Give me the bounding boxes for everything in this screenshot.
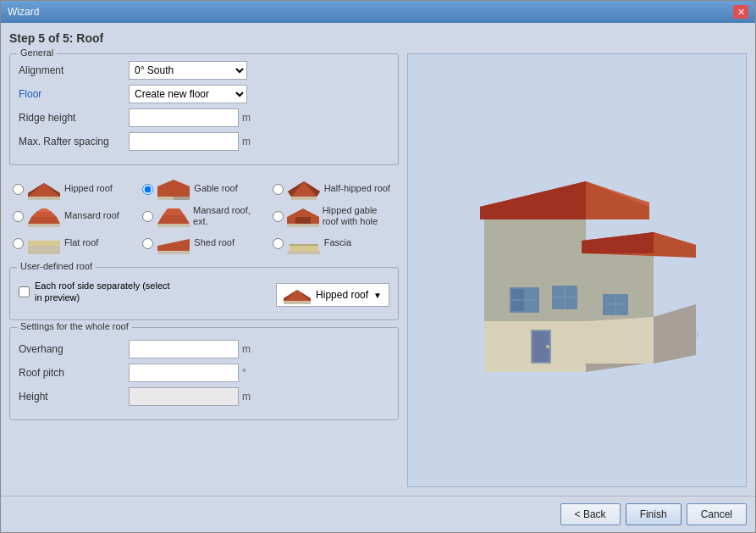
mansard-ext-icon — [157, 204, 190, 228]
roof-type-half-hipped: Half-hipped roof — [273, 177, 395, 201]
shed-radio[interactable] — [142, 238, 153, 249]
fascia-radio[interactable] — [273, 238, 284, 249]
overhang-row: Overhang 0.60 m — [19, 340, 389, 358]
overhang-input[interactable]: 0.60 — [129, 340, 239, 358]
roof-pitch-row: Roof pitch 45.00 ° — [19, 364, 389, 382]
each-side-label: Each roof side separately (select in pre… — [35, 280, 170, 304]
floor-row: Floor Create new floor — [19, 85, 389, 103]
main-area: General Alignment 0° South Floor Create … — [9, 53, 747, 487]
svg-rect-22 — [28, 241, 60, 246]
floor-select[interactable]: Create new floor — [129, 85, 247, 103]
svg-rect-23 — [28, 246, 60, 254]
user-roof-chevron: ▼ — [373, 291, 382, 300]
hipped-label: Hipped roof — [64, 183, 113, 194]
svg-rect-32 — [284, 302, 311, 304]
svg-marker-24 — [157, 239, 190, 251]
alignment-row: Alignment 0° South — [19, 61, 389, 80]
footer: < Back Finish Cancel — [1, 496, 755, 532]
svg-rect-28 — [290, 244, 318, 246]
user-roof-icon — [284, 286, 311, 304]
general-group: General Alignment 0° South Floor Create … — [9, 53, 399, 165]
shed-icon — [157, 231, 190, 255]
svg-marker-4 — [157, 180, 190, 197]
gable-icon — [157, 177, 190, 201]
title-bar: Wizard ✕ — [1, 1, 755, 23]
svg-rect-6 — [157, 197, 174, 200]
svg-text:⟩: ⟩ — [696, 330, 699, 340]
svg-marker-0 — [28, 183, 60, 197]
house-3d-svg: ⟩ — [433, 135, 721, 406]
settings-group: Settings for the whole roof Overhang 0.6… — [9, 327, 399, 420]
cancel-button[interactable]: Cancel — [687, 503, 747, 525]
user-defined-title: User-defined roof — [17, 261, 96, 271]
svg-rect-3 — [28, 197, 60, 200]
overhang-label: Overhang — [19, 343, 129, 355]
wizard-window: Wizard ✕ Step 5 of 5: Roof General Align… — [0, 0, 756, 533]
svg-marker-17 — [163, 208, 185, 215]
floor-label: Floor — [19, 88, 129, 100]
mansard-radio[interactable] — [13, 211, 24, 222]
svg-marker-14 — [36, 208, 52, 212]
left-panel: General Alignment 0° South Floor Create … — [9, 53, 399, 487]
gable-radio[interactable] — [142, 184, 153, 195]
svg-rect-25 — [157, 251, 190, 254]
roof-pitch-unit: ° — [242, 367, 246, 379]
flat-label: Flat roof — [64, 237, 98, 248]
roof-type-gable: Gable roof — [142, 177, 265, 201]
max-rafter-label: Max. Rafter spacing — [19, 136, 129, 147]
mansard-ext-label: Mansard roof, ext. — [193, 205, 266, 227]
max-rafter-row: Max. Rafter spacing 0.75 m — [19, 132, 389, 151]
svg-rect-21 — [287, 224, 319, 227]
half-hipped-label: Half-hipped roof — [324, 183, 390, 194]
hipped-icon — [27, 177, 61, 201]
each-side-checkbox[interactable] — [19, 286, 30, 297]
roof-types-grid: Hipped roof Gable — [9, 172, 399, 260]
half-hipped-radio[interactable] — [273, 184, 284, 195]
max-rafter-unit: m — [242, 136, 251, 147]
back-button[interactable]: < Back — [560, 503, 621, 525]
svg-rect-27 — [288, 251, 320, 254]
close-button[interactable]: ✕ — [733, 5, 748, 19]
half-hipped-icon — [287, 177, 321, 201]
roof-type-hipped: Hipped roof — [13, 177, 135, 201]
hipped-gable-label: Hipped gable roof with hole — [323, 205, 395, 227]
svg-marker-13 — [31, 212, 57, 217]
ridge-height-label: Ridge height — [19, 112, 129, 124]
ridge-height-unit: m — [242, 112, 251, 124]
height-unit: m — [242, 391, 251, 403]
height-row: Height 8.40 m — [19, 387, 389, 406]
user-defined-group: User-defined roof Each roof side separat… — [9, 267, 399, 320]
hipped-gable-radio[interactable] — [273, 211, 284, 222]
max-rafter-input[interactable]: 0.75 — [129, 132, 239, 151]
hipped-radio[interactable] — [13, 184, 24, 195]
ridge-height-input[interactable]: 14.7453 — [129, 108, 239, 127]
flat-radio[interactable] — [13, 238, 24, 249]
roof-type-mansard: Mansard roof — [13, 204, 135, 228]
svg-rect-26 — [290, 246, 318, 251]
svg-rect-7 — [174, 197, 190, 200]
roof-pitch-input[interactable]: 45.00 — [129, 364, 239, 382]
fascia-label: Fascia — [324, 237, 351, 248]
fascia-icon — [287, 231, 321, 255]
svg-rect-18 — [157, 224, 190, 227]
flat-icon — [27, 231, 61, 255]
svg-marker-12 — [28, 217, 60, 224]
overhang-unit: m — [242, 343, 251, 355]
svg-point-61 — [546, 345, 549, 348]
user-roof-dropdown[interactable]: Hipped roof ▼ — [276, 283, 389, 307]
svg-marker-29 — [284, 290, 311, 301]
svg-rect-15 — [28, 224, 60, 227]
roof-type-mansard-ext: Mansard roof, ext. — [142, 204, 265, 228]
height-input[interactable]: 8.40 — [129, 387, 239, 406]
finish-button[interactable]: Finish — [626, 503, 682, 525]
ridge-height-row: Ridge height 14.7453 m — [19, 108, 389, 127]
hipped-gable-icon — [287, 204, 319, 228]
height-label: Height — [19, 391, 129, 403]
user-defined-inner: Each roof side separately (select in pre… — [19, 280, 389, 311]
roof-type-hipped-gable: Hipped gable roof with hole — [273, 204, 395, 228]
mansard-ext-radio[interactable] — [142, 211, 153, 222]
house-preview: ⟩ — [407, 53, 747, 487]
step-title: Step 5 of 5: Roof — [9, 31, 747, 45]
content-area: Step 5 of 5: Roof General Alignment 0° S… — [1, 23, 755, 496]
alignment-select[interactable]: 0° South — [129, 61, 247, 80]
